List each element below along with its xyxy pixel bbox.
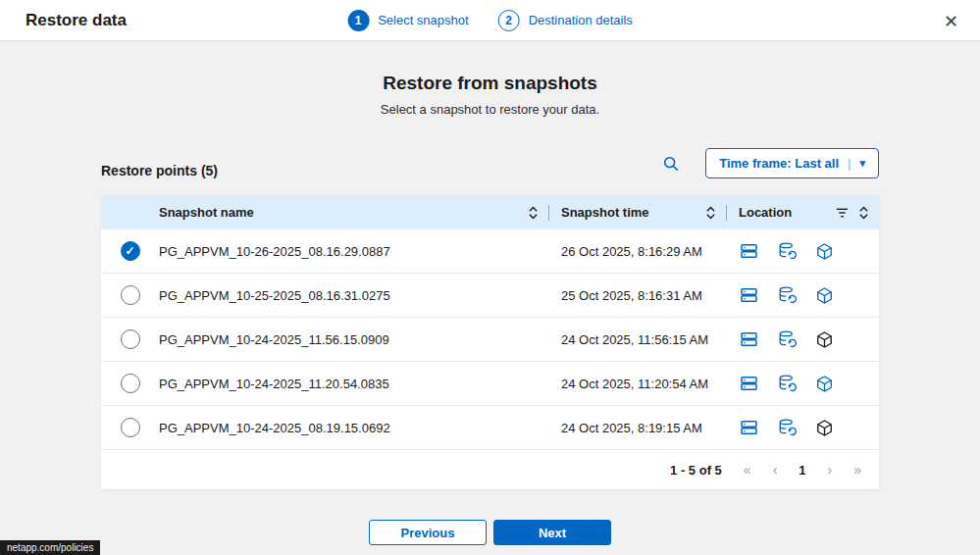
next-button[interactable]: Next — [493, 520, 611, 545]
timeframe-divider: | — [848, 156, 851, 171]
step-destination-details[interactable]: 2 Destination details — [498, 10, 633, 31]
chevron-down-icon: ▾ — [859, 157, 865, 170]
storage-icon[interactable] — [739, 285, 759, 305]
table-row[interactable]: PG_APPVM_10-25-2025_08.16.31.0275 25 Oct… — [101, 274, 879, 318]
column-divider — [726, 205, 727, 221]
snapshot-radio[interactable] — [121, 329, 140, 349]
last-page-icon[interactable]: » — [853, 462, 861, 478]
table-row[interactable]: PG_APPVM_10-24-2025_11.56.15.0909 24 Oct… — [101, 318, 879, 362]
snapshot-time: 24 Oct 2025, 8:19:15 AM — [561, 421, 739, 435]
wizard-stepper: 1 Select snapshot 2 Destination details — [347, 10, 633, 31]
restore-points-label: Restore points (5) — [101, 163, 218, 178]
table-header-row: Snapshot name Snapshot time — [101, 195, 879, 229]
column-header-snapshot-time: Snapshot time — [561, 205, 649, 220]
sort-icon[interactable] — [528, 206, 539, 220]
database-sync-icon[interactable] — [777, 329, 798, 349]
previous-page-icon[interactable]: ‹ — [773, 462, 778, 478]
content-subheading: Select a snapshot to restore your data. — [0, 102, 980, 117]
filter-icon[interactable] — [836, 207, 849, 219]
snapshot-radio[interactable] — [121, 418, 140, 437]
snapshot-name: PG_APPVM_10-24-2025_11.56.15.0909 — [159, 332, 561, 347]
page-range-label: 1 - 5 of 5 — [670, 463, 722, 478]
column-header-location: Location — [739, 205, 792, 220]
table-toolbar: Restore points (5) Time frame: Last all … — [101, 148, 879, 178]
column-divider — [548, 205, 549, 221]
database-sync-icon[interactable] — [777, 418, 798, 437]
search-icon[interactable] — [660, 153, 682, 175]
column-header-snapshot-name: Snapshot name — [159, 205, 254, 220]
wizard-footer: Previous Next — [0, 520, 980, 545]
link-preview-statusbar: netapp.com/policies — [0, 540, 100, 555]
previous-button[interactable]: Previous — [369, 520, 487, 545]
database-sync-icon[interactable] — [777, 285, 798, 305]
snapshot-time: 26 Oct 2025, 8:16:29 AM — [561, 244, 739, 259]
table-row[interactable]: PG_APPVM_10-24-2025_11.20.54.0835 24 Oct… — [101, 362, 879, 406]
package-icon[interactable] — [815, 242, 834, 261]
snapshot-table: Snapshot name Snapshot time — [101, 195, 879, 489]
snapshot-time: 24 Oct 2025, 11:56:15 AM — [561, 332, 739, 347]
dialog-header: Restore data 1 Select snapshot 2 Destina… — [0, 0, 980, 41]
snapshot-name: PG_APPVM_10-24-2025_08.19.15.0692 — [159, 421, 561, 435]
snapshot-name: PG_APPVM_10-25-2025_08.16.31.0275 — [159, 288, 561, 303]
package-icon[interactable] — [815, 375, 834, 393]
snapshot-radio[interactable] — [121, 374, 140, 393]
restore-data-dialog: Restore data 1 Select snapshot 2 Destina… — [0, 0, 980, 555]
page-title: Restore data — [26, 11, 127, 30]
table-pagination: 1 - 5 of 5 « ‹ 1 › » — [101, 450, 879, 489]
snapshot-name: PG_APPVM_10-26-2025_08.16.29.0887 — [159, 244, 561, 259]
storage-icon[interactable] — [739, 329, 759, 349]
snapshot-radio[interactable] — [121, 241, 140, 261]
next-page-icon[interactable]: › — [828, 462, 833, 478]
current-page-number: 1 — [799, 463, 805, 478]
timeframe-label: Time frame: Last all — [719, 156, 839, 171]
snapshot-radio[interactable] — [121, 285, 140, 305]
table-row[interactable]: PG_APPVM_10-26-2025_08.16.29.0887 26 Oct… — [101, 229, 879, 274]
snapshot-time: 24 Oct 2025, 11:20:54 AM — [561, 377, 739, 391]
step-select-snapshot[interactable]: 1 Select snapshot — [347, 10, 469, 31]
storage-icon[interactable] — [739, 374, 759, 393]
package-icon[interactable] — [815, 419, 834, 437]
close-icon[interactable]: ✕ — [940, 9, 962, 34]
snapshot-time: 25 Oct 2025, 8:16:31 AM — [561, 288, 739, 303]
package-icon[interactable] — [815, 286, 834, 305]
step-2-number: 2 — [498, 10, 520, 31]
step-1-label: Select snapshot — [378, 13, 469, 27]
timeframe-dropdown[interactable]: Time frame: Last all | ▾ — [705, 148, 879, 178]
sort-icon[interactable] — [705, 206, 716, 220]
snapshot-panel: Restore points (5) Time frame: Last all … — [101, 148, 879, 489]
storage-icon[interactable] — [739, 241, 759, 261]
database-sync-icon[interactable] — [777, 374, 798, 393]
sort-icon[interactable] — [858, 206, 869, 220]
step-2-label: Destination details — [529, 13, 633, 27]
snapshot-name: PG_APPVM_10-24-2025_11.20.54.0835 — [159, 377, 561, 391]
database-sync-icon[interactable] — [777, 241, 798, 261]
storage-icon[interactable] — [739, 418, 759, 437]
table-row[interactable]: PG_APPVM_10-24-2025_08.19.15.0692 24 Oct… — [101, 406, 879, 450]
package-icon[interactable] — [815, 330, 834, 349]
step-1-number: 1 — [347, 10, 369, 31]
first-page-icon[interactable]: « — [744, 462, 751, 478]
content-heading: Restore from snapshots — [0, 73, 980, 94]
